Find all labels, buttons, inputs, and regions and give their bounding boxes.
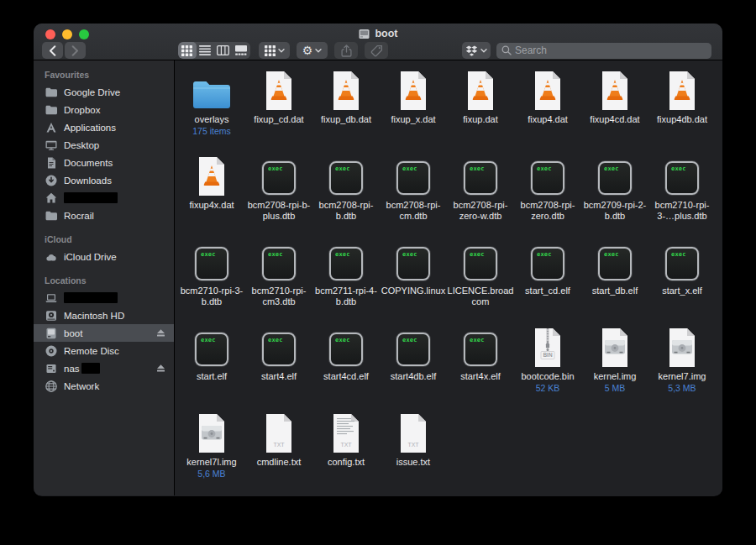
- sidebar-item-dropbox[interactable]: Dropbox: [34, 101, 174, 118]
- icon-view-button[interactable]: [178, 42, 197, 59]
- sidebar-item-boot[interactable]: boot: [34, 324, 174, 342]
- gallery-view-button[interactable]: [233, 42, 251, 59]
- sidebar-item-icloud-drive[interactable]: iCloud Drive: [34, 248, 174, 265]
- file-item[interactable]: execstart4cd.elf: [312, 328, 380, 413]
- sidebar-item-remote-disc[interactable]: Remote Disc: [34, 342, 174, 359]
- text-file-icon: TXT: [396, 413, 430, 453]
- sidebar-item-downloads[interactable]: Downloads: [34, 171, 174, 189]
- file-item[interactable]: fixup_x.dat: [380, 71, 447, 156]
- tag-icon: [370, 45, 383, 57]
- share-icon: [341, 45, 352, 57]
- text-file-icon: TXT: [329, 413, 363, 453]
- sidebar-item-documents[interactable]: Documents: [34, 154, 174, 171]
- file-item[interactable]: fixup.dat: [447, 71, 514, 156]
- file-item[interactable]: execstart4db.elf: [380, 328, 447, 413]
- redacted-label: [64, 192, 118, 203]
- file-item[interactable]: execstart4.elf: [245, 328, 312, 413]
- file-size: 52 KB: [536, 383, 560, 393]
- file-item[interactable]: execCOPYING.linux: [380, 242, 447, 328]
- sidebar-item-macintosh-hd[interactable]: Macintosh HD: [34, 307, 174, 324]
- sidebar-item-label: Rocrail: [64, 211, 94, 221]
- eject-button[interactable]: [156, 328, 165, 338]
- file-view[interactable]: overlays175 items fixup_cd.dat fixup_db.…: [175, 60, 722, 495]
- exec-file-icon: exec: [396, 333, 430, 366]
- file-item[interactable]: fixup4cd.dat: [581, 71, 648, 156]
- file-item[interactable]: execbcm2710-rpi-3-…plus.dtb: [648, 156, 716, 242]
- file-name: start4.elf: [261, 371, 297, 382]
- file-item[interactable]: fixup4db.dat: [648, 71, 716, 156]
- file-icon-wrap: exec: [329, 242, 363, 282]
- action-menu-button[interactable]: ⚙: [297, 42, 328, 59]
- search-field[interactable]: [496, 43, 711, 59]
- file-item[interactable]: TXTissue.txt: [380, 413, 447, 496]
- exec-file-icon: exec: [531, 247, 564, 280]
- file-name: LICENCE.broadcom: [447, 286, 514, 308]
- search-input[interactable]: [515, 45, 706, 56]
- sidebar-section: FavouritesGoogle DriveDropboxApplication…: [34, 70, 174, 224]
- file-item[interactable]: fixup4.dat: [514, 71, 581, 156]
- file-item[interactable]: BINbootcode.bin52 KB: [514, 328, 581, 413]
- file-item[interactable]: execbcm2709-rpi-2-b.dtb: [581, 156, 648, 242]
- sidebar-item-rocrail[interactable]: Rocrail: [34, 207, 174, 224]
- dropbox-menu-button[interactable]: [462, 42, 491, 59]
- network-icon: [45, 380, 58, 393]
- file-item[interactable]: execstart_db.elf: [581, 242, 648, 328]
- file-item[interactable]: execbcm2708-rpi-zero.dtb: [514, 156, 581, 242]
- group-by-button[interactable]: [259, 42, 290, 59]
- sidebar-item-nas[interactable]: nas: [34, 359, 174, 377]
- file-item[interactable]: TXTcmdline.txt: [245, 413, 312, 496]
- file-icon-wrap: exec: [396, 156, 430, 197]
- eject-button[interactable]: [156, 364, 165, 373]
- file-item[interactable]: execstart4x.elf: [447, 328, 514, 413]
- file-item[interactable]: kernel.img5 MB: [581, 328, 648, 413]
- vlc-file-icon: [396, 71, 430, 111]
- file-name: bcm2709-rpi-2-b.dtb: [581, 200, 648, 223]
- chevron-down-icon: [278, 49, 285, 53]
- list-view-button[interactable]: [197, 42, 215, 59]
- exec-file-icon: exec: [464, 333, 497, 366]
- sidebar-item-redacted[interactable]: [34, 189, 174, 207]
- tag-button[interactable]: [365, 42, 388, 59]
- file-item[interactable]: execstart_cd.elf: [514, 242, 581, 328]
- sidebar-item-network[interactable]: Network: [34, 377, 174, 395]
- file-item[interactable]: execbcm2710-rpi-cm3.dtb: [245, 242, 312, 328]
- file-icon-wrap: exec: [464, 156, 497, 197]
- file-icon-wrap: TXT: [329, 413, 363, 453]
- sidebar-item-desktop[interactable]: Desktop: [34, 136, 174, 154]
- share-button[interactable]: [334, 42, 358, 59]
- file-item[interactable]: execstart.elf: [178, 328, 245, 413]
- proxy-drive-icon[interactable]: [358, 29, 370, 39]
- file-item[interactable]: execstart_x.elf: [648, 242, 716, 328]
- svg-text:BIN: BIN: [543, 352, 553, 358]
- sidebar-item-google-drive[interactable]: Google Drive: [34, 83, 174, 101]
- file-item[interactable]: fixup4x.dat: [178, 156, 245, 242]
- titlebar[interactable]: boot: [34, 24, 722, 40]
- file-item[interactable]: execbcm2708-rpi-cm.dtb: [380, 156, 447, 242]
- file-item[interactable]: fixup_db.dat: [312, 71, 380, 156]
- downloads-icon: [45, 174, 58, 187]
- file-item[interactable]: execbcm2710-rpi-3-b.dtb: [178, 242, 245, 328]
- file-item[interactable]: execbcm2711-rpi-4-b.dtb: [312, 242, 380, 328]
- file-item[interactable]: execbcm2708-rpi-b.dtb: [312, 156, 380, 242]
- window-header: boot ⚙: [34, 24, 722, 60]
- file-name: bootcode.bin: [522, 371, 575, 382]
- dropbox-icon: [465, 45, 478, 56]
- file-item[interactable]: fixup_cd.dat: [245, 71, 312, 156]
- forward-button[interactable]: [65, 42, 86, 59]
- back-button[interactable]: [42, 42, 63, 59]
- sidebar-item-redacted[interactable]: [34, 289, 174, 307]
- file-item[interactable]: execbcm2708-rpi-zero-w.dtb: [447, 156, 514, 242]
- column-view-button[interactable]: [214, 42, 233, 59]
- file-name: bcm2708-rpi-b-plus.dtb: [245, 200, 312, 223]
- sidebar-section: iCloudiCloud Drive: [34, 234, 174, 265]
- file-item[interactable]: TXTconfig.txt: [312, 413, 380, 496]
- file-item[interactable]: overlays175 items: [178, 71, 245, 156]
- file-item[interactable]: kernel7l.img5,6 MB: [178, 413, 245, 496]
- laptop-icon: [45, 291, 58, 305]
- file-item[interactable]: execLICENCE.broadcom: [447, 242, 514, 328]
- svg-text:TXT: TXT: [407, 442, 419, 448]
- file-item[interactable]: kernel7.img5,3 MB: [648, 328, 716, 413]
- file-item[interactable]: execbcm2708-rpi-b-plus.dtb: [245, 156, 312, 242]
- sidebar-item-applications[interactable]: Applications: [34, 118, 174, 136]
- file-name: start_db.elf: [592, 286, 638, 296]
